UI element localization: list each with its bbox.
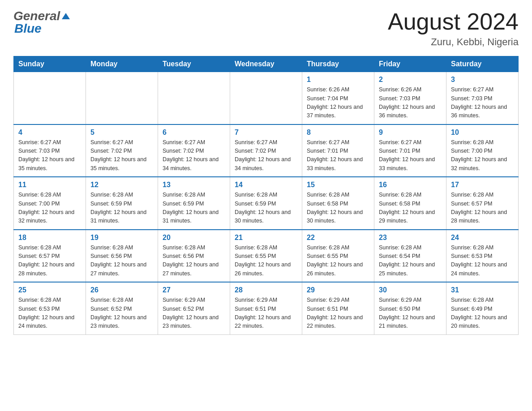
- calendar-cell-2-5: 8Sunrise: 6:27 AM Sunset: 7:01 PM Daylig…: [302, 124, 374, 177]
- day-number: 6: [163, 128, 225, 137]
- day-number: 23: [379, 234, 442, 242]
- day-info: Sunrise: 6:28 AM Sunset: 6:53 PM Dayligh…: [451, 244, 514, 278]
- calendar-cell-4-4: 21Sunrise: 6:28 AM Sunset: 6:55 PM Dayli…: [230, 230, 302, 283]
- calendar-cell-2-4: 7Sunrise: 6:27 AM Sunset: 7:02 PM Daylig…: [230, 124, 302, 177]
- calendar-cell-2-3: 6Sunrise: 6:27 AM Sunset: 7:02 PM Daylig…: [158, 124, 230, 177]
- calendar-cell-1-6: 2Sunrise: 6:26 AM Sunset: 7:03 PM Daylig…: [374, 72, 446, 124]
- day-info: Sunrise: 6:28 AM Sunset: 6:58 PM Dayligh…: [379, 191, 442, 226]
- day-info: Sunrise: 6:28 AM Sunset: 6:56 PM Dayligh…: [90, 244, 153, 278]
- calendar-cell-3-4: 14Sunrise: 6:28 AM Sunset: 6:59 PM Dayli…: [230, 177, 302, 230]
- header-thursday: Thursday: [302, 56, 374, 72]
- day-info: Sunrise: 6:28 AM Sunset: 6:55 PM Dayligh…: [307, 244, 369, 278]
- header-saturday: Saturday: [446, 56, 519, 72]
- header-sunday: Sunday: [14, 56, 86, 72]
- header-tuesday: Tuesday: [158, 56, 230, 72]
- day-number: 28: [235, 286, 297, 294]
- day-number: 29: [307, 286, 369, 294]
- title-area: August 2024 Zuru, Kebbi, Nigeria: [388, 9, 519, 48]
- location-title: Zuru, Kebbi, Nigeria: [388, 36, 519, 48]
- day-number: 8: [307, 128, 369, 137]
- day-info: Sunrise: 6:28 AM Sunset: 6:58 PM Dayligh…: [307, 191, 369, 226]
- day-info: Sunrise: 6:28 AM Sunset: 6:57 PM Dayligh…: [451, 191, 514, 226]
- day-number: 7: [235, 128, 297, 137]
- calendar-table: Sunday Monday Tuesday Wednesday Thursday…: [13, 56, 519, 335]
- calendar-week-4: 18Sunrise: 6:28 AM Sunset: 6:57 PM Dayli…: [14, 230, 519, 283]
- calendar-cell-4-6: 23Sunrise: 6:28 AM Sunset: 6:54 PM Dayli…: [374, 230, 446, 283]
- calendar-cell-4-1: 18Sunrise: 6:28 AM Sunset: 6:57 PM Dayli…: [14, 230, 86, 283]
- calendar-cell-5-2: 26Sunrise: 6:28 AM Sunset: 6:52 PM Dayli…: [86, 282, 158, 334]
- day-number: 19: [90, 234, 153, 242]
- header-friday: Friday: [374, 56, 446, 72]
- day-info: Sunrise: 6:28 AM Sunset: 6:54 PM Dayligh…: [379, 244, 442, 278]
- day-number: 2: [379, 76, 442, 84]
- day-info: Sunrise: 6:28 AM Sunset: 6:55 PM Dayligh…: [235, 244, 297, 278]
- day-info: Sunrise: 6:29 AM Sunset: 6:50 PM Dayligh…: [379, 296, 442, 331]
- header-wednesday: Wednesday: [230, 56, 302, 72]
- day-info: Sunrise: 6:28 AM Sunset: 6:59 PM Dayligh…: [163, 191, 225, 226]
- calendar-cell-3-7: 17Sunrise: 6:28 AM Sunset: 6:57 PM Dayli…: [446, 177, 519, 230]
- calendar-cell-5-3: 27Sunrise: 6:29 AM Sunset: 6:52 PM Dayli…: [158, 282, 230, 334]
- logo-triangle-icon: [61, 11, 71, 21]
- day-info: Sunrise: 6:28 AM Sunset: 7:00 PM Dayligh…: [451, 138, 514, 173]
- day-number: 4: [18, 128, 81, 137]
- day-info: Sunrise: 6:28 AM Sunset: 6:57 PM Dayligh…: [18, 244, 81, 278]
- calendar-cell-2-6: 9Sunrise: 6:27 AM Sunset: 7:01 PM Daylig…: [374, 124, 446, 177]
- day-number: 10: [451, 128, 514, 137]
- day-info: Sunrise: 6:27 AM Sunset: 7:01 PM Dayligh…: [307, 138, 369, 173]
- day-number: 25: [18, 286, 81, 294]
- day-info: Sunrise: 6:29 AM Sunset: 6:52 PM Dayligh…: [163, 296, 225, 331]
- calendar-cell-3-3: 13Sunrise: 6:28 AM Sunset: 6:59 PM Dayli…: [158, 177, 230, 230]
- calendar-cell-5-7: 31Sunrise: 6:28 AM Sunset: 6:49 PM Dayli…: [446, 282, 519, 334]
- calendar-cell-5-4: 28Sunrise: 6:29 AM Sunset: 6:51 PM Dayli…: [230, 282, 302, 334]
- calendar-cell-1-4: [230, 72, 302, 124]
- month-title: August 2024: [388, 9, 519, 34]
- calendar-week-5: 25Sunrise: 6:28 AM Sunset: 6:53 PM Dayli…: [14, 282, 519, 334]
- day-number: 11: [18, 181, 81, 189]
- day-number: 1: [307, 76, 369, 84]
- day-info: Sunrise: 6:28 AM Sunset: 6:56 PM Dayligh…: [163, 244, 225, 278]
- calendar-cell-1-2: [86, 72, 158, 124]
- day-number: 9: [379, 128, 442, 137]
- day-number: 27: [163, 286, 225, 294]
- calendar-week-1: 1Sunrise: 6:26 AM Sunset: 7:04 PM Daylig…: [14, 72, 519, 124]
- day-number: 31: [451, 286, 514, 294]
- logo-area: General Blue: [13, 9, 71, 36]
- calendar-cell-3-2: 12Sunrise: 6:28 AM Sunset: 6:59 PM Dayli…: [86, 177, 158, 230]
- calendar-cell-3-6: 16Sunrise: 6:28 AM Sunset: 6:58 PM Dayli…: [374, 177, 446, 230]
- day-info: Sunrise: 6:29 AM Sunset: 6:51 PM Dayligh…: [307, 296, 369, 331]
- day-info: Sunrise: 6:27 AM Sunset: 7:03 PM Dayligh…: [18, 138, 81, 173]
- calendar-cell-2-7: 10Sunrise: 6:28 AM Sunset: 7:00 PM Dayli…: [446, 124, 519, 177]
- day-info: Sunrise: 6:26 AM Sunset: 7:04 PM Dayligh…: [307, 86, 369, 120]
- calendar-cell-3-5: 15Sunrise: 6:28 AM Sunset: 6:58 PM Dayli…: [302, 177, 374, 230]
- day-info: Sunrise: 6:28 AM Sunset: 7:00 PM Dayligh…: [18, 191, 81, 226]
- calendar-cell-4-2: 19Sunrise: 6:28 AM Sunset: 6:56 PM Dayli…: [86, 230, 158, 283]
- day-info: Sunrise: 6:26 AM Sunset: 7:03 PM Dayligh…: [379, 86, 442, 120]
- logo-blue-text: Blue: [14, 21, 42, 36]
- calendar-week-3: 11Sunrise: 6:28 AM Sunset: 7:00 PM Dayli…: [14, 177, 519, 230]
- calendar-week-2: 4Sunrise: 6:27 AM Sunset: 7:03 PM Daylig…: [14, 124, 519, 177]
- day-number: 15: [307, 181, 369, 189]
- page-header: General Blue August 2024 Zuru, Kebbi, Ni…: [13, 9, 519, 48]
- day-info: Sunrise: 6:28 AM Sunset: 6:49 PM Dayligh…: [451, 296, 514, 331]
- day-number: 30: [379, 286, 442, 294]
- calendar-cell-4-3: 20Sunrise: 6:28 AM Sunset: 6:56 PM Dayli…: [158, 230, 230, 283]
- calendar-cell-5-6: 30Sunrise: 6:29 AM Sunset: 6:50 PM Dayli…: [374, 282, 446, 334]
- day-number: 14: [235, 181, 297, 189]
- day-number: 24: [451, 234, 514, 242]
- calendar-cell-3-1: 11Sunrise: 6:28 AM Sunset: 7:00 PM Dayli…: [14, 177, 86, 230]
- calendar-cell-1-7: 3Sunrise: 6:27 AM Sunset: 7:03 PM Daylig…: [446, 72, 519, 124]
- day-info: Sunrise: 6:27 AM Sunset: 7:02 PM Dayligh…: [163, 138, 225, 173]
- day-info: Sunrise: 6:28 AM Sunset: 6:53 PM Dayligh…: [18, 296, 81, 331]
- calendar-cell-2-2: 5Sunrise: 6:27 AM Sunset: 7:02 PM Daylig…: [86, 124, 158, 177]
- weekday-header-row: Sunday Monday Tuesday Wednesday Thursday…: [14, 56, 519, 72]
- day-info: Sunrise: 6:27 AM Sunset: 7:02 PM Dayligh…: [235, 138, 297, 173]
- calendar-cell-4-7: 24Sunrise: 6:28 AM Sunset: 6:53 PM Dayli…: [446, 230, 519, 283]
- day-info: Sunrise: 6:28 AM Sunset: 6:59 PM Dayligh…: [235, 191, 297, 226]
- day-number: 20: [163, 234, 225, 242]
- day-info: Sunrise: 6:28 AM Sunset: 6:59 PM Dayligh…: [90, 191, 153, 226]
- calendar-cell-5-5: 29Sunrise: 6:29 AM Sunset: 6:51 PM Dayli…: [302, 282, 374, 334]
- day-number: 21: [235, 234, 297, 242]
- day-info: Sunrise: 6:27 AM Sunset: 7:01 PM Dayligh…: [379, 138, 442, 173]
- svg-marker-0: [62, 13, 70, 19]
- calendar-cell-1-5: 1Sunrise: 6:26 AM Sunset: 7:04 PM Daylig…: [302, 72, 374, 124]
